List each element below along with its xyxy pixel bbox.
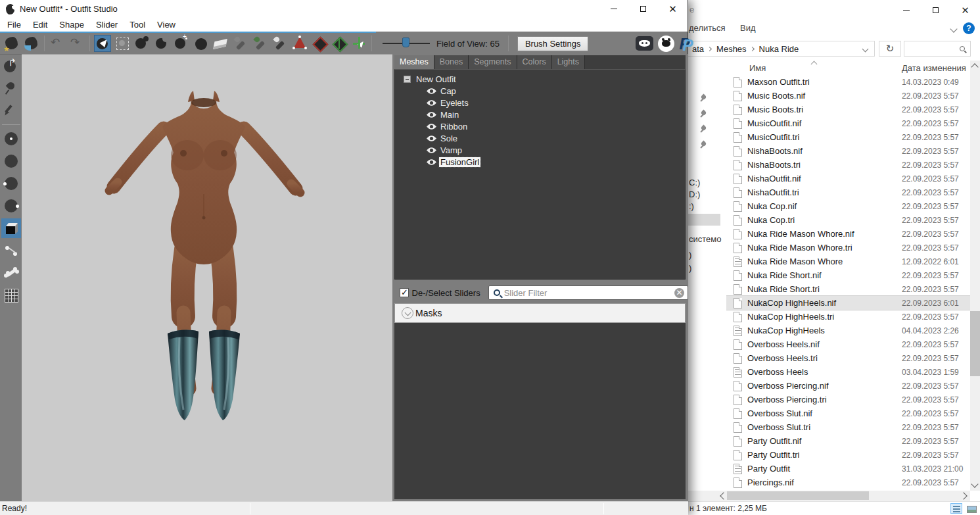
file-row[interactable]: Overboss Heels.nif22.09.2023 5:57 [726, 337, 970, 351]
file-row[interactable]: MusicOutfit.tri22.09.2023 5:57 [726, 130, 970, 144]
connected-vertices-icon[interactable] [331, 35, 348, 52]
minimize-button[interactable] [599, 0, 628, 18]
file-row[interactable]: Overboss Piercing.nif22.09.2023 5:57 [726, 379, 970, 393]
view-origin-icon[interactable] [1, 56, 21, 76]
visibility-eye-icon[interactable] [426, 87, 437, 95]
vertical-scrollbar[interactable] [970, 61, 980, 491]
scroll-down-icon[interactable] [971, 480, 978, 487]
file-row[interactable]: Nuka Ride Mason Whore12.09.2022 6:01 [726, 255, 970, 268]
github-icon[interactable] [658, 36, 674, 52]
menu-item-edit[interactable]: Edit [27, 18, 53, 31]
file-row[interactable]: Maxson Outfit.tri14.03.2023 0:49 [726, 75, 970, 89]
file-row[interactable]: NishaOutfit.tri22.09.2023 5:57 [726, 185, 970, 199]
brush-center-falloff-icon[interactable] [1, 129, 21, 149]
breadcrumb-item[interactable]: Nuka Ride [755, 44, 802, 54]
color-brush-icon[interactable] [252, 35, 269, 52]
file-row[interactable]: MusicOutfit.nif22.09.2023 5:57 [726, 116, 970, 130]
smooth-brush-icon[interactable] [173, 35, 190, 52]
ribbon-collapse-icon[interactable] [950, 25, 957, 32]
mask-brush-icon[interactable] [114, 35, 131, 52]
alpha-brush-icon[interactable] [271, 35, 289, 52]
vertical-scroll-thumb[interactable] [970, 311, 980, 376]
file-row[interactable]: NishaOutfit.nif22.09.2023 5:57 [726, 172, 970, 185]
deselect-sliders-checkbox[interactable] [400, 288, 409, 297]
explorer-close-button[interactable]: ✕ [950, 0, 980, 20]
visibility-eye-icon[interactable] [426, 159, 437, 166]
nav-item-fragment[interactable]: :) [689, 201, 694, 211]
transform-tool-icon[interactable] [350, 35, 367, 52]
masks-section-header[interactable]: Masks [394, 303, 686, 323]
file-row[interactable]: NishaBoots.nif22.09.2023 5:57 [726, 144, 970, 158]
brush-right-falloff-icon[interactable] [1, 196, 21, 216]
tree-item-sole[interactable]: Sole [395, 132, 685, 144]
file-row[interactable]: NukaCop HighHeels.nif22.09.2023 6:01 [726, 296, 970, 310]
perspective-cube-icon[interactable] [1, 218, 21, 238]
undo-icon[interactable] [49, 35, 66, 52]
fov-slider-thumb[interactable] [402, 37, 409, 47]
menu-item-tool[interactable]: Tool [124, 18, 151, 31]
breadcrumb-item[interactable]: Meshes [712, 44, 749, 54]
paypal-icon[interactable] [679, 35, 693, 52]
file-row[interactable]: Nuka Cop.tri22.09.2023 5:57 [726, 213, 970, 227]
redo-icon[interactable] [68, 35, 85, 52]
horizontal-scrollbar[interactable] [688, 491, 970, 501]
tree-item-eyelets[interactable]: Eyelets [395, 97, 685, 109]
fov-slider[interactable] [383, 37, 430, 50]
file-row[interactable]: Piercings.nif22.09.2023 5:57 [726, 476, 970, 489]
file-row[interactable]: Overboss Heels.tri22.09.2023 5:57 [726, 351, 970, 365]
select-tool-icon[interactable] [94, 35, 111, 52]
tab-meshes[interactable]: Meshes [394, 55, 434, 69]
menu-item-view[interactable]: View [151, 18, 181, 31]
refresh-button[interactable]: ↻ [879, 41, 901, 57]
help-icon[interactable]: ? [963, 22, 975, 34]
file-row[interactable]: Nuka Ride Mason Whore.nif22.09.2023 5:57 [726, 227, 970, 241]
ribbon-tab-view[interactable]: Вид [740, 23, 756, 33]
column-header-date[interactable]: Дата изменения [902, 63, 966, 73]
explorer-titlebar[interactable]: е ✕ [688, 0, 980, 20]
tab-segments[interactable]: Segments [469, 55, 517, 69]
tree-item-cap[interactable]: Cap [395, 85, 685, 97]
ribbon-tab-share[interactable]: делиться [689, 23, 726, 33]
file-row[interactable]: Nuka Ride Short.nif22.09.2023 5:57 [726, 268, 970, 282]
tab-bones[interactable]: Bones [434, 55, 469, 69]
file-row[interactable]: Party Outfit.tri22.09.2023 5:57 [726, 448, 970, 462]
nav-item-selected[interactable] [688, 214, 720, 226]
pen-icon[interactable] [1, 101, 21, 120]
nav-item-fragment[interactable]: С:) [689, 178, 700, 187]
brush-sphere-icon[interactable] [1, 151, 21, 171]
eraser-brush-icon[interactable] [212, 35, 229, 52]
tree-item-ribbon[interactable]: Ribbon [395, 120, 685, 132]
nav-item-fragment[interactable]: ) [689, 263, 691, 273]
thumbnails-view-button[interactable] [965, 503, 977, 514]
x-mirror-icon[interactable] [311, 35, 328, 52]
pin-icon[interactable] [1, 78, 21, 98]
visibility-eye-icon[interactable] [426, 135, 437, 142]
clear-filter-icon[interactable]: ✕ [674, 288, 684, 298]
discord-icon[interactable] [636, 36, 653, 51]
file-row[interactable]: Overboss Heels03.04.2023 1:59 [726, 365, 970, 379]
brush-settings-button[interactable]: Brush Settings [517, 36, 589, 51]
tree-root-row[interactable]: New Outfit [395, 73, 685, 85]
file-row[interactable]: Overboss Slut.tri22.09.2023 5:57 [726, 420, 970, 434]
brush-left-falloff-icon[interactable] [1, 174, 21, 193]
details-view-button[interactable] [950, 503, 962, 514]
slider-filter-input[interactable] [503, 287, 674, 299]
column-header-name[interactable]: Имя [749, 63, 766, 73]
wireframe-grid-icon[interactable] [1, 285, 21, 305]
visibility-eye-icon[interactable] [426, 111, 437, 118]
file-row[interactable]: NishaBoots.tri22.09.2023 5:57 [726, 158, 970, 172]
chevron-down-icon[interactable] [402, 307, 413, 319]
file-row[interactable]: Music Boots.nif22.09.2023 5:57 [726, 89, 970, 103]
explorer-minimize-button[interactable] [891, 0, 921, 20]
load-project-icon[interactable] [23, 35, 40, 52]
tree-item-vamp[interactable]: Vamp [395, 144, 685, 156]
file-row[interactable]: Overboss Piercing.tri22.09.2023 5:57 [726, 393, 970, 406]
weight-brush-icon[interactable] [232, 35, 249, 52]
file-row[interactable]: Nuka Cop.nif22.09.2023 5:57 [726, 199, 970, 213]
horizontal-scroll-thumb[interactable] [727, 491, 869, 500]
explorer-maximize-button[interactable] [921, 0, 950, 20]
show-bones-icon[interactable] [1, 263, 21, 283]
file-row[interactable]: Party Outfit31.03.2023 21:00 [726, 462, 970, 476]
maximize-button[interactable] [628, 0, 658, 18]
viewport-3d[interactable] [22, 54, 392, 501]
